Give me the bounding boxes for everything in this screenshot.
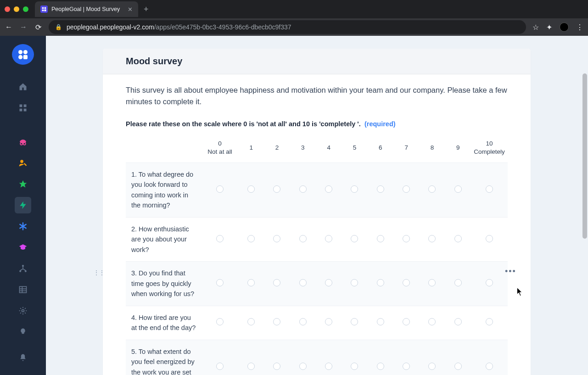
survey-radio[interactable] <box>351 279 358 286</box>
survey-radio[interactable] <box>351 185 358 193</box>
survey-column-header: 1 <box>238 136 264 163</box>
survey-question-row: 3. Do you find that time goes by quickly… <box>126 262 508 306</box>
survey-radio[interactable] <box>273 279 280 286</box>
survey-radio[interactable] <box>247 185 255 193</box>
survey-radio[interactable] <box>454 318 462 325</box>
survey-radio[interactable] <box>351 318 358 325</box>
survey-radio[interactable] <box>454 363 462 370</box>
window-close-button[interactable] <box>5 6 10 12</box>
survey-radio[interactable] <box>247 318 255 325</box>
sidebar-item-hierarchy[interactable] <box>15 260 31 277</box>
survey-radio[interactable] <box>377 279 384 286</box>
svg-point-18 <box>22 310 24 312</box>
nav-reload-button[interactable]: ⟳ <box>34 23 42 32</box>
survey-radio[interactable] <box>325 235 332 242</box>
survey-radio[interactable] <box>403 318 410 325</box>
browser-tab[interactable]: PeopleGoal | Mood Survey ✕ <box>35 1 138 17</box>
bookmark-star-icon[interactable]: ☆ <box>532 23 539 32</box>
survey-radio[interactable] <box>428 363 436 370</box>
app-root: Mood survey This survey is all about emp… <box>0 36 588 375</box>
scrollbar[interactable] <box>582 36 588 375</box>
app-logo[interactable] <box>12 44 34 65</box>
survey-radio[interactable] <box>377 235 384 242</box>
sidebar-item-home[interactable] <box>15 78 31 95</box>
survey-radio[interactable] <box>428 235 436 242</box>
survey-radio[interactable] <box>377 363 384 370</box>
browser-menu-icon[interactable]: ⋮ <box>576 23 583 32</box>
survey-radio[interactable] <box>377 318 384 325</box>
sidebar-item-user-edit[interactable] <box>15 155 31 171</box>
survey-radio[interactable] <box>428 318 436 325</box>
survey-radio[interactable] <box>403 279 410 286</box>
window-maximize-button[interactable] <box>23 6 28 12</box>
survey-radio[interactable] <box>299 279 307 286</box>
sidebar-item-gear[interactable] <box>15 302 31 319</box>
survey-radio[interactable] <box>325 279 332 286</box>
survey-radio[interactable] <box>216 185 224 193</box>
sidebar-item-dashboard[interactable] <box>15 100 31 116</box>
tab-favicon <box>40 6 48 13</box>
survey-radio[interactable] <box>247 279 255 286</box>
survey-radio[interactable] <box>247 235 255 242</box>
sidebar-item-bolt[interactable] <box>15 197 31 213</box>
survey-radio[interactable] <box>216 363 224 370</box>
tab-close-icon[interactable]: ✕ <box>128 6 133 13</box>
new-tab-button[interactable]: + <box>138 5 154 14</box>
survey-radio[interactable] <box>486 235 493 242</box>
survey-radio[interactable] <box>273 235 280 242</box>
nav-forward-button[interactable]: → <box>19 23 28 31</box>
survey-column-header: 6 <box>368 136 393 163</box>
survey-radio[interactable] <box>486 279 493 286</box>
survey-radio[interactable] <box>454 185 462 193</box>
survey-radio[interactable] <box>325 318 332 325</box>
extensions-icon[interactable]: ✦ <box>546 23 552 32</box>
survey-option-cell <box>445 217 471 261</box>
survey-radio[interactable] <box>486 185 493 193</box>
row-more-menu-icon[interactable]: ••• <box>505 267 516 276</box>
survey-radio[interactable] <box>247 363 255 370</box>
survey-radio[interactable] <box>273 363 280 370</box>
scrollbar-thumb[interactable] <box>582 73 587 239</box>
sidebar-item-asterisk[interactable] <box>15 218 31 235</box>
sidebar-item-star[interactable] <box>15 176 31 192</box>
sidebar-item-graduation[interactable] <box>15 239 31 256</box>
survey-radio[interactable] <box>486 363 493 370</box>
address-bar[interactable]: 🔒 peoplegoal.peoplegoal-v2.com/apps/e05e… <box>49 20 526 34</box>
sidebar-item-incognito[interactable] <box>15 134 31 150</box>
survey-radio[interactable] <box>299 185 307 193</box>
sidebar-item-table[interactable] <box>15 281 31 298</box>
survey-radio[interactable] <box>403 363 410 370</box>
survey-radio[interactable] <box>216 235 224 242</box>
survey-option-cell <box>238 217 264 261</box>
survey-column-header: 10Completely <box>471 136 508 163</box>
survey-radio[interactable] <box>325 185 332 193</box>
survey-radio[interactable] <box>299 363 307 370</box>
survey-radio[interactable] <box>351 235 358 242</box>
survey-radio[interactable] <box>299 235 307 242</box>
survey-radio[interactable] <box>216 279 224 286</box>
survey-radio[interactable] <box>403 235 410 242</box>
survey-radio[interactable] <box>216 318 224 325</box>
svg-point-4 <box>23 50 28 54</box>
sidebar-item-lightbulb[interactable] <box>15 324 31 340</box>
survey-radio[interactable] <box>273 318 280 325</box>
survey-radio[interactable] <box>377 185 384 193</box>
survey-option-cell <box>419 306 445 340</box>
survey-radio[interactable] <box>273 185 280 193</box>
survey-radio[interactable] <box>454 279 462 286</box>
survey-radio[interactable] <box>428 279 436 286</box>
survey-column-header: 7 <box>393 136 419 163</box>
nav-back-button[interactable]: ← <box>5 23 13 31</box>
survey-radio[interactable] <box>428 185 436 193</box>
survey-radio[interactable] <box>403 185 410 193</box>
window-minimize-button[interactable] <box>14 6 19 12</box>
survey-radio[interactable] <box>351 363 358 370</box>
survey-radio[interactable] <box>325 363 332 370</box>
survey-radio[interactable] <box>299 318 307 325</box>
profile-avatar[interactable] <box>560 22 569 32</box>
drag-handle-icon[interactable]: ⋮⋮ <box>93 269 104 276</box>
survey-radio[interactable] <box>454 235 462 242</box>
survey-radio[interactable] <box>486 318 493 325</box>
sidebar-item-bell[interactable] <box>15 349 31 366</box>
survey-column-header: 8 <box>419 136 445 163</box>
